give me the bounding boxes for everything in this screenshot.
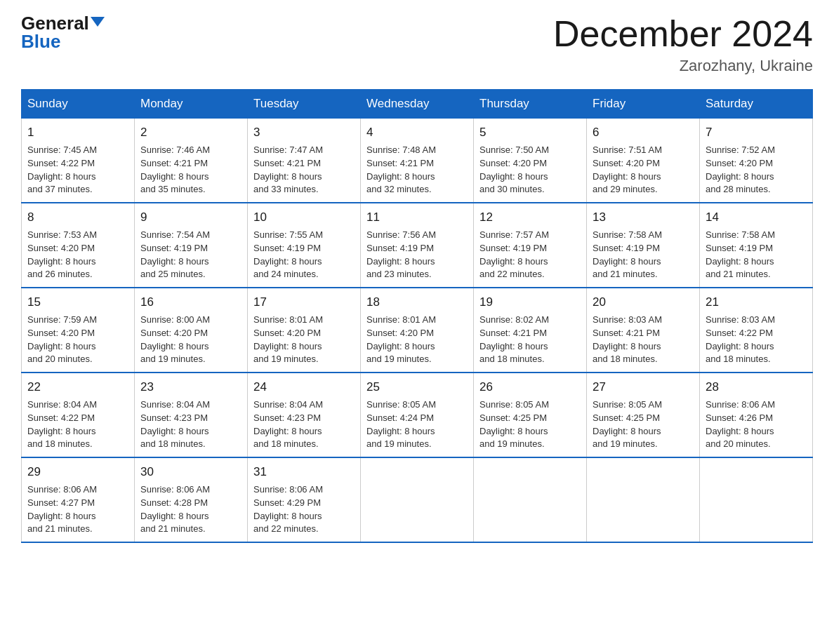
day-info: Sunrise: 7:55 AMSunset: 4:19 PMDaylight:… (253, 229, 323, 280)
calendar-header: Sunday Monday Tuesday Wednesday Thursday… (22, 90, 813, 119)
calendar-cell: 16Sunrise: 8:00 AMSunset: 4:20 PMDayligh… (135, 288, 248, 373)
calendar-cell: 12Sunrise: 7:57 AMSunset: 4:19 PMDayligh… (474, 203, 587, 288)
day-info: Sunrise: 8:01 AMSunset: 4:20 PMDaylight:… (253, 314, 323, 365)
day-number: 21 (706, 294, 807, 311)
day-info: Sunrise: 8:02 AMSunset: 4:21 PMDaylight:… (479, 314, 549, 365)
day-number: 12 (479, 209, 581, 227)
day-info: Sunrise: 8:01 AMSunset: 4:20 PMDaylight:… (366, 314, 436, 365)
day-info: Sunrise: 7:47 AMSunset: 4:21 PMDaylight:… (253, 145, 323, 195)
day-number: 9 (140, 209, 241, 227)
calendar-cell: 4Sunrise: 7:48 AMSunset: 4:21 PMDaylight… (361, 119, 474, 203)
day-number: 15 (27, 294, 128, 311)
day-number: 7 (706, 124, 807, 142)
calendar-cell (474, 457, 587, 542)
calendar-cell: 11Sunrise: 7:56 AMSunset: 4:19 PMDayligh… (361, 203, 474, 288)
day-info: Sunrise: 8:03 AMSunset: 4:22 PMDaylight:… (706, 314, 775, 365)
calendar-week-row: 29Sunrise: 8:06 AMSunset: 4:27 PMDayligh… (22, 457, 813, 542)
calendar-table: Sunday Monday Tuesday Wednesday Thursday… (21, 89, 813, 543)
day-number: 24 (253, 379, 355, 396)
calendar-body: 1Sunrise: 7:45 AMSunset: 4:22 PMDaylight… (22, 119, 813, 543)
title-area: December 2024 Zarozhany, Ukraine (553, 14, 813, 75)
day-number: 31 (253, 464, 355, 481)
calendar-cell: 27Sunrise: 8:05 AMSunset: 4:25 PMDayligh… (587, 373, 700, 457)
day-number: 13 (593, 209, 694, 227)
calendar-cell: 9Sunrise: 7:54 AMSunset: 4:19 PMDaylight… (135, 203, 248, 288)
day-number: 2 (140, 124, 241, 142)
calendar-cell: 23Sunrise: 8:04 AMSunset: 4:23 PMDayligh… (135, 373, 248, 457)
day-number: 11 (366, 209, 468, 227)
day-number: 17 (253, 294, 355, 311)
day-number: 6 (593, 124, 694, 142)
day-info: Sunrise: 7:50 AMSunset: 4:20 PMDaylight:… (479, 145, 549, 195)
day-info: Sunrise: 8:04 AMSunset: 4:23 PMDaylight:… (253, 399, 323, 450)
day-info: Sunrise: 7:46 AMSunset: 4:21 PMDaylight:… (140, 145, 210, 195)
calendar-cell: 25Sunrise: 8:05 AMSunset: 4:24 PMDayligh… (361, 373, 474, 457)
calendar-cell (700, 457, 813, 542)
location-text: Zarozhany, Ukraine (553, 57, 813, 75)
calendar-cell: 10Sunrise: 7:55 AMSunset: 4:19 PMDayligh… (248, 203, 361, 288)
calendar-cell: 29Sunrise: 8:06 AMSunset: 4:27 PMDayligh… (22, 457, 135, 542)
day-number: 4 (366, 124, 468, 142)
day-number: 3 (253, 124, 355, 142)
calendar-week-row: 15Sunrise: 7:59 AMSunset: 4:20 PMDayligh… (22, 288, 813, 373)
day-number: 29 (27, 464, 128, 481)
calendar-cell: 21Sunrise: 8:03 AMSunset: 4:22 PMDayligh… (700, 288, 813, 373)
day-info: Sunrise: 8:00 AMSunset: 4:20 PMDaylight:… (140, 314, 210, 365)
calendar-cell (587, 457, 700, 542)
calendar-cell: 5Sunrise: 7:50 AMSunset: 4:20 PMDaylight… (474, 119, 587, 203)
day-info: Sunrise: 8:04 AMSunset: 4:23 PMDaylight:… (140, 399, 210, 450)
calendar-cell: 31Sunrise: 8:06 AMSunset: 4:29 PMDayligh… (248, 457, 361, 542)
day-number: 19 (479, 294, 581, 311)
day-number: 20 (593, 294, 694, 311)
day-number: 27 (593, 379, 694, 396)
calendar-week-row: 8Sunrise: 7:53 AMSunset: 4:20 PMDaylight… (22, 203, 813, 288)
calendar-cell: 26Sunrise: 8:05 AMSunset: 4:25 PMDayligh… (474, 373, 587, 457)
day-info: Sunrise: 8:04 AMSunset: 4:22 PMDaylight:… (27, 399, 97, 450)
calendar-cell: 24Sunrise: 8:04 AMSunset: 4:23 PMDayligh… (248, 373, 361, 457)
day-number: 16 (140, 294, 241, 311)
day-info: Sunrise: 8:05 AMSunset: 4:25 PMDaylight:… (593, 399, 662, 450)
day-info: Sunrise: 7:52 AMSunset: 4:20 PMDaylight:… (706, 145, 775, 195)
calendar-cell: 30Sunrise: 8:06 AMSunset: 4:28 PMDayligh… (135, 457, 248, 542)
day-info: Sunrise: 8:05 AMSunset: 4:24 PMDaylight:… (366, 399, 436, 450)
day-number: 22 (27, 379, 128, 396)
col-sunday: Sunday (22, 90, 135, 119)
day-info: Sunrise: 8:06 AMSunset: 4:26 PMDaylight:… (706, 399, 775, 450)
col-friday: Friday (587, 90, 700, 119)
day-info: Sunrise: 7:59 AMSunset: 4:20 PMDaylight:… (27, 314, 97, 365)
col-thursday: Thursday (474, 90, 587, 119)
day-info: Sunrise: 7:56 AMSunset: 4:19 PMDaylight:… (366, 229, 436, 280)
col-wednesday: Wednesday (361, 90, 474, 119)
calendar-cell: 7Sunrise: 7:52 AMSunset: 4:20 PMDaylight… (700, 119, 813, 203)
day-info: Sunrise: 8:06 AMSunset: 4:28 PMDaylight:… (140, 484, 210, 535)
calendar-cell: 13Sunrise: 7:58 AMSunset: 4:19 PMDayligh… (587, 203, 700, 288)
day-info: Sunrise: 8:03 AMSunset: 4:21 PMDaylight:… (593, 314, 662, 365)
calendar-cell: 6Sunrise: 7:51 AMSunset: 4:20 PMDaylight… (587, 119, 700, 203)
day-info: Sunrise: 7:54 AMSunset: 4:19 PMDaylight:… (140, 229, 210, 280)
calendar-cell: 8Sunrise: 7:53 AMSunset: 4:20 PMDaylight… (22, 203, 135, 288)
calendar-cell: 20Sunrise: 8:03 AMSunset: 4:21 PMDayligh… (587, 288, 700, 373)
day-number: 30 (140, 464, 241, 481)
day-info: Sunrise: 7:53 AMSunset: 4:20 PMDaylight:… (27, 229, 97, 280)
calendar-cell: 14Sunrise: 7:58 AMSunset: 4:19 PMDayligh… (700, 203, 813, 288)
col-saturday: Saturday (700, 90, 813, 119)
day-number: 26 (479, 379, 581, 396)
col-monday: Monday (135, 90, 248, 119)
month-title: December 2024 (553, 14, 813, 54)
calendar-cell: 22Sunrise: 8:04 AMSunset: 4:22 PMDayligh… (22, 373, 135, 457)
calendar-week-row: 1Sunrise: 7:45 AMSunset: 4:22 PMDaylight… (22, 119, 813, 203)
calendar-cell: 3Sunrise: 7:47 AMSunset: 4:21 PMDaylight… (248, 119, 361, 203)
day-info: Sunrise: 7:58 AMSunset: 4:19 PMDaylight:… (706, 229, 775, 280)
day-info: Sunrise: 7:51 AMSunset: 4:20 PMDaylight:… (593, 145, 662, 195)
calendar-cell: 28Sunrise: 8:06 AMSunset: 4:26 PMDayligh… (700, 373, 813, 457)
day-info: Sunrise: 8:06 AMSunset: 4:27 PMDaylight:… (27, 484, 97, 535)
calendar-cell: 15Sunrise: 7:59 AMSunset: 4:20 PMDayligh… (22, 288, 135, 373)
day-number: 23 (140, 379, 241, 396)
day-number: 5 (479, 124, 581, 142)
logo: General Blue (21, 14, 105, 51)
day-number: 1 (27, 124, 128, 142)
header-row: Sunday Monday Tuesday Wednesday Thursday… (22, 90, 813, 119)
logo-general-text: General (21, 14, 89, 32)
logo-blue-text: Blue (21, 32, 60, 51)
day-info: Sunrise: 7:58 AMSunset: 4:19 PMDaylight:… (593, 229, 662, 280)
